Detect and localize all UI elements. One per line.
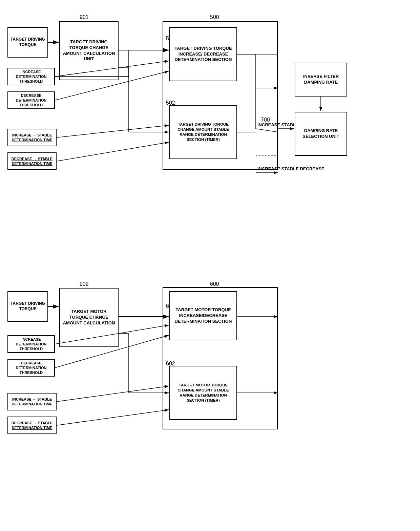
box-increase-det: INCREASE DETERMINATION THRESHOLD: [7, 68, 55, 85]
ref-600: 600: [210, 281, 219, 287]
box-target-driving-torque: TARGET DRIVING TORQUE: [7, 27, 48, 58]
svg-line-31: [57, 410, 169, 425]
box-decrease-stable-det: DECREASE → STABLE DETERMINATION TIME: [7, 152, 57, 170]
box-increase-stable-det: INCREASE → STABLE DETERMINATION TIME: [7, 129, 57, 146]
box-decrease-det2: DECREASE DETERMINATION THRESHOLD: [7, 359, 55, 377]
box-damping-rate: DAMPING RATE SELECTION UNIT: [295, 112, 347, 156]
box-decrease-det: DECREASE DETERMINATION THRESHOLD: [7, 91, 55, 109]
svg-line-30: [57, 386, 169, 402]
box-tmtcasr: TARGET MOTOR TORQUE CHANGE AMOUNT STABLE…: [169, 366, 237, 420]
svg-line-11: [57, 142, 169, 161]
diagram: 901 500 TARGET DRIVING TORQUE TARGET DRI…: [0, 0, 420, 531]
box-target-driving-torque2: TARGET DRIVING TORQUE: [7, 291, 48, 322]
svg-line-10: [57, 125, 169, 137]
box-tdtids: TARGET DRIVING TORQUE INCREASE/ DECREASE…: [169, 27, 237, 81]
ref-500: 500: [210, 14, 219, 20]
box-increase-stable-det2: INCREASE → STABLE DETERMINATION TIME: [7, 393, 57, 410]
box-tmtids: TARGET MOTOR TORQUE INCREASE/DECREASE DE…: [169, 291, 237, 340]
box-decrease-stable-det2: DECREASE → STABLE DETERMINATION TIME: [7, 417, 57, 434]
label-increase-stable-decrease-bot: INCREASE STABLE DECREASE: [257, 166, 324, 172]
box-tdtcasr: TARGET DRIVING TORQUE CHANGE AMOUNT STAB…: [169, 105, 237, 159]
box-tmtca: TARGET MOTOR TORQUE CHANGE AMOUNT CALCUL…: [59, 288, 119, 347]
ref-902: 902: [80, 281, 89, 287]
box-tdtcau: TARGET DRIVING TORQUE CHANGE AMOUNT CALC…: [59, 21, 119, 80]
ref-901: 901: [80, 14, 89, 20]
box-inverse-filter: INVERSE FILTER DAMPING RATE: [295, 63, 347, 97]
box-increase-det2: INCREASE DETERMINATION THRESHOLD: [7, 335, 55, 353]
